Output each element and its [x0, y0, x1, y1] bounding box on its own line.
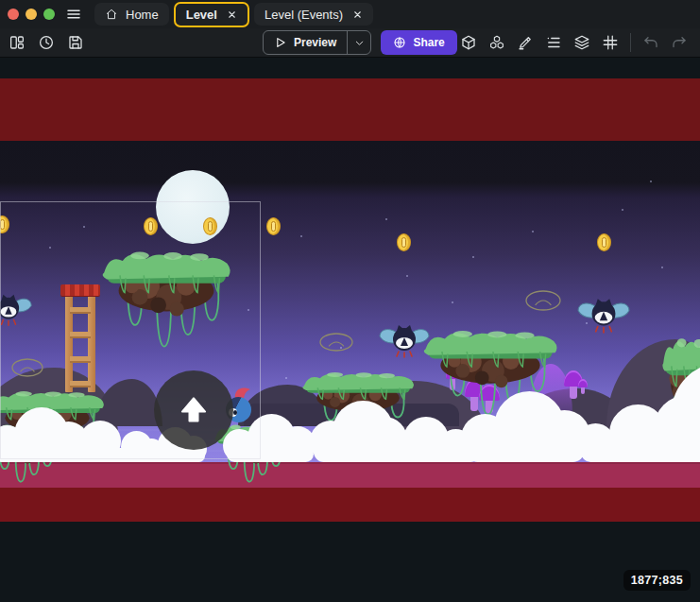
save-icon — [67, 34, 84, 51]
scene-toolbar: Preview Share — [0, 28, 700, 58]
toolbar-left-group — [6, 31, 87, 54]
preview-options-button[interactable] — [348, 31, 370, 54]
object-groups-icon — [488, 34, 505, 51]
tab-bar: Home Level Level (Events) — [94, 0, 373, 28]
instances-list-button[interactable] — [542, 31, 565, 54]
star — [650, 181, 652, 182]
ladder-rung — [70, 307, 91, 314]
cloud-base — [466, 438, 584, 462]
maximize-window-button[interactable] — [43, 9, 55, 20]
tab-level-events-close-button[interactable] — [352, 9, 363, 20]
tab-level-label: Level — [186, 8, 217, 22]
cloud[interactable] — [223, 434, 317, 462]
coin[interactable] — [597, 233, 611, 251]
panels-icon — [9, 34, 26, 51]
bat-enemy[interactable] — [378, 322, 431, 360]
properties-button[interactable] — [514, 31, 537, 54]
minimize-window-button[interactable] — [26, 9, 37, 20]
touch-up-arrow-button[interactable] — [154, 370, 233, 450]
ladder-top-cap — [60, 284, 100, 296]
history-button[interactable] — [35, 31, 58, 54]
cloud[interactable] — [461, 421, 589, 462]
coin-slot — [602, 237, 606, 248]
star — [661, 267, 663, 268]
star — [622, 209, 623, 211]
background-red-band — [0, 78, 700, 141]
game-scene[interactable] — [0, 141, 700, 522]
instances-list-icon — [545, 34, 562, 51]
arrow-up-icon — [173, 389, 214, 431]
grid-icon — [602, 34, 619, 51]
save-button[interactable] — [64, 31, 87, 54]
star — [385, 218, 387, 220]
star — [452, 301, 453, 303]
preview-button[interactable]: Preview — [263, 30, 371, 55]
toolbar-center-group: Preview Share — [263, 30, 457, 55]
cloud[interactable] — [654, 404, 700, 462]
close-window-button[interactable] — [8, 9, 19, 20]
properties-pencil-icon — [517, 34, 534, 51]
ladder[interactable] — [60, 284, 100, 392]
star — [472, 256, 474, 258]
redo-icon — [671, 34, 688, 51]
tab-home[interactable]: Home — [94, 3, 169, 26]
ladder-rung — [70, 381, 91, 387]
cloud-base — [143, 450, 205, 462]
window-controls — [8, 9, 55, 20]
mushroom-cap — [578, 379, 588, 387]
coin-slot — [0, 219, 5, 230]
share-button[interactable]: Share — [381, 30, 456, 55]
object-groups-button[interactable] — [486, 31, 508, 54]
play-icon — [274, 36, 287, 49]
object-outline[interactable] — [11, 358, 43, 377]
star — [83, 226, 85, 228]
cloud-base — [657, 428, 700, 462]
project-manager-button[interactable] — [65, 6, 82, 23]
ladder-rung — [70, 356, 91, 363]
tab-level[interactable]: Level — [174, 2, 249, 27]
object-outline[interactable] — [525, 290, 561, 311]
coin-slot — [271, 221, 276, 232]
tab-level-events[interactable]: Level (Events) — [254, 3, 373, 26]
scene-editor-canvas[interactable]: 1877;835 — [0, 58, 700, 601]
hamburger-icon — [65, 6, 82, 23]
moon[interactable] — [156, 170, 230, 244]
layers-icon — [573, 34, 590, 51]
coin[interactable] — [203, 217, 217, 235]
floating-island-platform[interactable] — [100, 248, 232, 314]
star — [49, 247, 51, 249]
coin[interactable] — [144, 217, 158, 235]
star — [300, 235, 302, 237]
star — [406, 275, 408, 277]
titlebar: Home Level Level (Events) — [0, 0, 700, 28]
grid-button[interactable] — [599, 31, 622, 54]
preview-button-label: Preview — [294, 36, 336, 49]
coin-slot — [401, 237, 406, 248]
toolbar-divider — [630, 33, 631, 52]
bat-enemy[interactable] — [0, 292, 33, 328]
star — [248, 309, 249, 311]
zoom-button[interactable] — [696, 31, 700, 54]
floating-island-platform[interactable] — [421, 327, 559, 386]
cursor-coordinates: 1877;835 — [623, 570, 691, 591]
home-icon — [105, 8, 118, 21]
undo-icon — [642, 34, 659, 51]
tab-level-close-button[interactable] — [227, 9, 237, 20]
objects-editor-button[interactable] — [457, 31, 480, 54]
share-button-label: Share — [413, 36, 444, 49]
coin-slot — [208, 221, 213, 232]
coin[interactable] — [266, 217, 281, 235]
bat-enemy[interactable] — [576, 296, 631, 335]
layers-button[interactable] — [571, 31, 593, 54]
objects-cube-icon — [460, 34, 477, 51]
redo-button[interactable] — [668, 31, 691, 54]
coin-slot — [148, 221, 153, 232]
toolbar-right-group — [457, 31, 700, 54]
purple-mushroom[interactable] — [578, 379, 588, 394]
globe-icon — [393, 36, 406, 49]
undo-button[interactable] — [640, 31, 662, 54]
coin[interactable] — [397, 233, 411, 251]
close-icon — [352, 9, 363, 20]
panels-button[interactable] — [6, 31, 28, 54]
object-outline[interactable] — [319, 333, 353, 352]
